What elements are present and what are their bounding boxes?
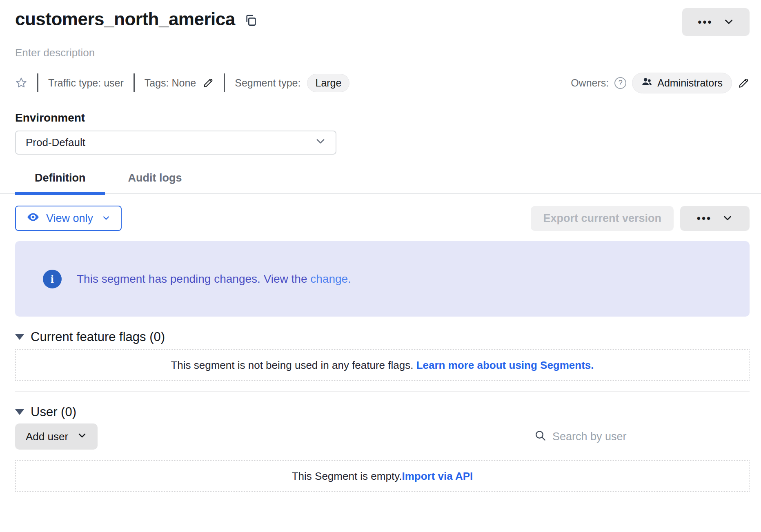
action-row: View only Export current version ••• [15, 206, 750, 231]
meta-right: Owners: ? Administrators [571, 73, 750, 93]
copy-icon[interactable] [244, 13, 257, 27]
page-title: customers_north_america [15, 8, 235, 30]
ellipsis-icon: ••• [697, 213, 712, 224]
action-right: Export current version ••• [531, 206, 750, 231]
segment-type-badge: Large [307, 74, 349, 92]
section-divider [15, 391, 750, 392]
chevron-down-icon [722, 213, 733, 224]
banner-message: This segment has pending changes. View t… [77, 273, 351, 286]
tab-audit-logs[interactable]: Audit logs [105, 167, 205, 195]
export-current-version-button[interactable]: Export current version [531, 206, 674, 231]
help-icon[interactable]: ? [614, 77, 626, 89]
eye-icon [27, 211, 40, 226]
search-by-user-input[interactable] [552, 430, 750, 443]
view-change-link[interactable]: change. [310, 273, 351, 285]
description-field[interactable]: Enter description [15, 47, 750, 59]
edit-tags-pencil-icon[interactable] [202, 77, 214, 89]
feature-flags-empty-text: This segment is not being used in any fe… [171, 359, 594, 372]
view-only-button[interactable]: View only [15, 206, 122, 231]
segment-type-label: Segment type: [235, 77, 300, 89]
caret-down-icon [15, 409, 24, 415]
feature-flags-empty-state: This segment is not being used in any fe… [15, 349, 750, 381]
owners-label: Owners: [571, 77, 609, 89]
pending-changes-banner: i This segment has pending changes. View… [15, 241, 750, 317]
environment-selected-value: Prod-Default [26, 136, 85, 149]
import-via-api-link[interactable]: Import via API [402, 470, 473, 482]
feature-flags-empty-plain: This segment is not being used in any fe… [171, 359, 416, 371]
view-only-label: View only [46, 212, 93, 225]
ellipsis-icon: ••• [698, 17, 712, 27]
header: customers_north_america ••• [15, 0, 750, 36]
edit-owners-pencil-icon[interactable] [738, 77, 750, 89]
chevron-down-icon [314, 135, 327, 150]
chevron-down-icon [77, 430, 87, 443]
user-heading: User (0) [31, 405, 76, 419]
add-user-label: Add user [26, 430, 68, 443]
segment-empty-text: This Segment is empty.Import via API [292, 470, 473, 483]
banner-message-text: This segment has pending changes. View t… [77, 273, 310, 285]
chevron-down-icon [102, 212, 110, 225]
meta-left: Traffic type: user Tags: None Segment ty… [15, 73, 349, 92]
user-toolbar: Add user [15, 423, 750, 450]
learn-more-link[interactable]: Learn more about using Segments. [416, 359, 594, 371]
feature-flags-heading: Current feature flags (0) [31, 330, 165, 344]
environment-label: Environment [15, 111, 750, 124]
segment-detail-page: customers_north_america ••• Enter descri… [0, 0, 761, 532]
traffic-type-label: Traffic type: user [48, 77, 124, 89]
tab-definition[interactable]: Definition [15, 167, 105, 195]
header-more-menu-button[interactable]: ••• [682, 8, 750, 36]
divider [224, 73, 225, 92]
users-icon [641, 76, 652, 90]
segment-empty-state: This Segment is empty.Import via API [15, 460, 750, 492]
chevron-down-icon [723, 16, 734, 28]
add-user-button[interactable]: Add user [15, 423, 98, 450]
star-icon[interactable] [15, 77, 27, 89]
user-search [534, 430, 750, 443]
divider [134, 73, 135, 92]
owners-badge[interactable]: Administrators [632, 73, 732, 93]
tags-label: Tags: None [145, 77, 196, 89]
owners-value: Administrators [657, 77, 723, 89]
divider [37, 73, 38, 92]
definition-more-menu-button[interactable]: ••• [680, 206, 750, 231]
title-wrap: customers_north_america [15, 8, 257, 30]
environment-select[interactable]: Prod-Default [15, 131, 336, 155]
info-icon: i [43, 270, 62, 288]
search-icon [534, 430, 547, 443]
meta-row: Traffic type: user Tags: None Segment ty… [15, 73, 750, 93]
tab-bar: Definition Audit logs [15, 167, 750, 195]
caret-down-icon [15, 334, 24, 340]
feature-flags-section-heading[interactable]: Current feature flags (0) [15, 330, 750, 344]
segment-empty-plain: This Segment is empty. [292, 470, 402, 482]
user-section-heading[interactable]: User (0) [15, 405, 750, 419]
